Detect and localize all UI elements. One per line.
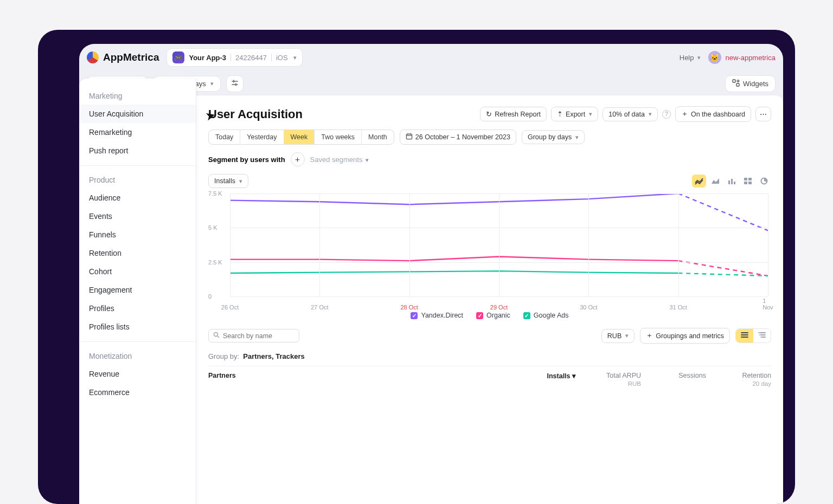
refresh-icon: ↻ bbox=[486, 110, 492, 118]
chart-type-grid[interactable] bbox=[741, 175, 755, 188]
sidebar-item[interactable]: Push report bbox=[79, 141, 196, 160]
chevron-down-icon: ▾ bbox=[697, 54, 701, 61]
svg-rect-9 bbox=[748, 182, 752, 184]
sample-selector[interactable]: 10% of data ▾ bbox=[603, 107, 658, 121]
settings-button[interactable] bbox=[226, 75, 244, 92]
sidebar-item[interactable]: Revenue bbox=[79, 365, 196, 383]
export-button[interactable]: ⇡ Export ▾ bbox=[551, 107, 598, 121]
sidebar-item[interactable]: Engagement bbox=[79, 281, 196, 299]
sidebar-item[interactable]: Ecommerce bbox=[79, 383, 196, 402]
chart-type-pie[interactable] bbox=[757, 175, 771, 188]
metric-selector[interactable]: Installs ▾ bbox=[208, 174, 248, 188]
svg-rect-4 bbox=[731, 179, 733, 184]
y-tick: 0 bbox=[208, 293, 212, 300]
period-option[interactable]: Two weeks bbox=[315, 130, 362, 144]
svg-rect-2 bbox=[406, 134, 412, 139]
y-tick: 2.5 K bbox=[208, 259, 222, 266]
chevron-down-icon: ▾ bbox=[589, 111, 592, 118]
chevron-down-icon: ▾ bbox=[366, 157, 369, 163]
more-icon: ⋯ bbox=[760, 110, 767, 118]
sidebar-item[interactable]: Remarketing bbox=[79, 123, 196, 141]
sliders-icon bbox=[231, 79, 239, 88]
sidebar-item[interactable]: Profiles bbox=[79, 299, 196, 318]
table-header: Partners Installs ▾ Total ARPU RUB Sessi… bbox=[208, 366, 771, 387]
sidebar-item[interactable]: Audience bbox=[79, 189, 196, 207]
avatar-icon: 🐱 bbox=[708, 51, 721, 64]
period-option[interactable]: Yesterday bbox=[240, 130, 284, 144]
chevron-down-icon: ▾ bbox=[293, 54, 297, 61]
chart-type-bar[interactable] bbox=[725, 175, 739, 188]
sidebar-item[interactable]: Funnels bbox=[79, 225, 196, 244]
content: User Acquisition ↻ Refresh Report ⇡ Expo… bbox=[196, 95, 783, 504]
brand[interactable]: AppMetrica bbox=[87, 51, 159, 63]
search-icon bbox=[213, 332, 220, 340]
app-window: AppMetrica 🎮 Your App-3 24226447 iOS ▾ H… bbox=[79, 44, 783, 504]
x-tick: 30 Oct bbox=[580, 304, 597, 311]
col-retention[interactable]: Retention 20 day bbox=[706, 372, 771, 387]
legend-item[interactable]: ✓Google Ads bbox=[523, 312, 569, 319]
table-view-toggle bbox=[735, 328, 771, 343]
app-id: 24226447 bbox=[235, 54, 267, 62]
view-tree[interactable] bbox=[753, 329, 771, 343]
on-dashboard-button[interactable]: ＋ On the dashboard bbox=[675, 106, 751, 122]
widgets-icon bbox=[732, 79, 740, 88]
sidebar-item[interactable]: Cohort bbox=[79, 262, 196, 281]
chevron-down-icon: ▾ bbox=[575, 134, 579, 141]
sidebar-item[interactable]: User Acquisition➤ bbox=[79, 105, 196, 123]
widgets-button[interactable]: Widgets bbox=[725, 75, 776, 92]
legend-item[interactable]: ✓Organic bbox=[476, 312, 510, 319]
add-segment-button[interactable]: ＋ bbox=[291, 152, 305, 166]
y-tick: 7.5 K bbox=[208, 190, 222, 197]
svg-rect-1 bbox=[736, 83, 739, 86]
period-option[interactable]: Today bbox=[209, 130, 240, 144]
sidebar-heading: Product bbox=[79, 171, 196, 189]
legend-item[interactable]: ✓Yandex.Direct bbox=[411, 312, 463, 319]
sidebar-item[interactable]: Events bbox=[79, 207, 196, 225]
app-selector[interactable]: 🎮 Your App-3 24226447 iOS ▾ bbox=[166, 48, 302, 67]
svg-rect-8 bbox=[744, 182, 747, 184]
help-link[interactable]: Help ▾ bbox=[680, 54, 701, 62]
x-tick: 28 Oct bbox=[400, 304, 418, 311]
col-partners[interactable]: Partners bbox=[208, 372, 516, 387]
col-arpu[interactable]: Total ARPU RUB bbox=[576, 372, 641, 387]
period-option[interactable]: Month bbox=[362, 130, 394, 144]
currency-selector[interactable]: RUB ▾ bbox=[601, 329, 635, 343]
more-button[interactable]: ⋯ bbox=[755, 107, 771, 121]
groupings-metrics-button[interactable]: ＋ Groupings and metrics bbox=[640, 328, 730, 344]
x-tick: 31 Oct bbox=[669, 304, 687, 311]
search-field[interactable] bbox=[223, 332, 308, 340]
app-icon: 🎮 bbox=[172, 51, 184, 63]
chart: 02.5 K5 K7.5 K26 Oct27 Oct28 Oct29 Oct30… bbox=[208, 191, 771, 311]
x-tick: 26 Oct bbox=[221, 304, 239, 311]
refresh-button[interactable]: ↻ Refresh Report bbox=[480, 107, 547, 121]
saved-segments-link[interactable]: Saved segments ▾ bbox=[310, 156, 369, 164]
calendar-icon bbox=[406, 133, 413, 141]
chevron-down-icon: ▾ bbox=[649, 111, 652, 118]
info-icon[interactable]: ? bbox=[662, 110, 671, 119]
app-name: Your App-3 bbox=[189, 54, 226, 62]
chevron-down-icon: ▾ bbox=[625, 332, 629, 339]
x-tick: 1 Nov bbox=[762, 298, 773, 311]
period-option[interactable]: Week bbox=[284, 130, 315, 144]
y-tick: 5 K bbox=[208, 224, 217, 231]
col-installs[interactable]: Installs ▾ bbox=[516, 372, 576, 387]
brand-logo-icon bbox=[87, 51, 99, 63]
segment-label: Segment by users with bbox=[208, 156, 285, 164]
user-chip[interactable]: 🐱 new-appmetrica bbox=[708, 51, 776, 64]
search-input[interactable] bbox=[208, 329, 299, 343]
date-range-button[interactable]: 26 October – 1 November 2023 bbox=[400, 130, 516, 145]
sidebar-heading: Marketing bbox=[79, 87, 196, 105]
sidebar-heading: Monetization bbox=[79, 347, 196, 365]
chart-type-area[interactable] bbox=[708, 175, 722, 188]
plus-icon: ＋ bbox=[646, 331, 653, 340]
group-by-days-button[interactable]: Group by days ▾ bbox=[522, 130, 585, 144]
svg-rect-5 bbox=[734, 182, 735, 184]
col-sessions[interactable]: Sessions bbox=[641, 372, 706, 387]
view-list[interactable] bbox=[736, 329, 753, 343]
sidebar-item[interactable]: Profiles lists bbox=[79, 318, 196, 336]
sidebar-item[interactable]: Retention bbox=[79, 244, 196, 262]
chart-type-line[interactable] bbox=[692, 175, 706, 188]
topbar: AppMetrica 🎮 Your App-3 24226447 iOS ▾ H… bbox=[79, 44, 783, 71]
svg-rect-6 bbox=[744, 178, 747, 180]
sidebar: MarketingUser Acquisition➤RemarketingPus… bbox=[79, 79, 196, 504]
